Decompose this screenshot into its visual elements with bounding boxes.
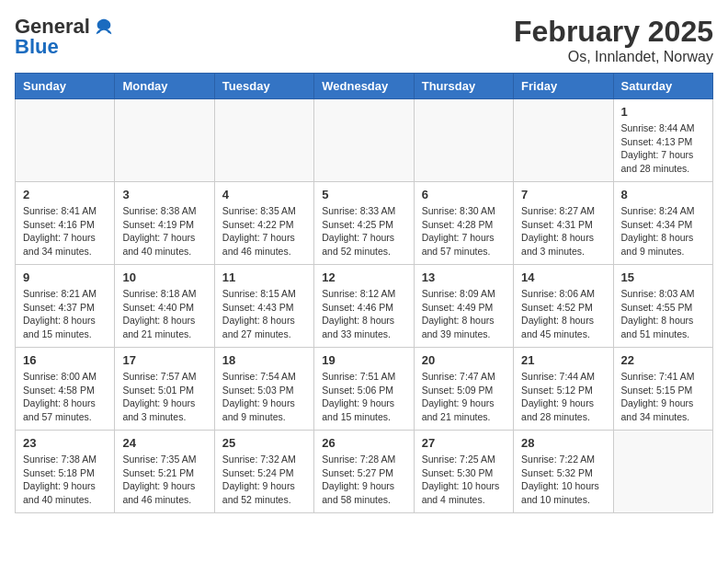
day-info: Sunrise: 7:44 AM Sunset: 5:12 PM Dayligh… xyxy=(521,370,605,424)
weekday-header-monday: Monday xyxy=(115,74,214,99)
day-info: Sunrise: 7:41 AM Sunset: 5:15 PM Dayligh… xyxy=(621,370,705,424)
calendar-cell: 9Sunrise: 8:21 AM Sunset: 4:37 PM Daylig… xyxy=(16,265,115,348)
day-number: 18 xyxy=(222,353,306,367)
day-info: Sunrise: 8:38 AM Sunset: 4:19 PM Dayligh… xyxy=(122,204,206,259)
calendar-week-4: 23Sunrise: 7:38 AM Sunset: 5:18 PM Dayli… xyxy=(16,431,713,513)
weekday-header-thursday: Thursday xyxy=(414,74,513,99)
logo: General Blue xyxy=(15,15,114,59)
day-number: 26 xyxy=(322,436,405,450)
day-info: Sunrise: 8:03 AM Sunset: 4:55 PM Dayligh… xyxy=(621,287,705,341)
day-number: 25 xyxy=(222,436,306,450)
calendar-cell xyxy=(613,431,712,513)
page-title: February 2025 xyxy=(514,15,713,49)
calendar-cell: 3Sunrise: 8:38 AM Sunset: 4:19 PM Daylig… xyxy=(115,182,214,265)
calendar-cell: 28Sunrise: 7:22 AM Sunset: 5:32 PM Dayli… xyxy=(514,431,613,513)
day-info: Sunrise: 8:27 AM Sunset: 4:31 PM Dayligh… xyxy=(521,204,605,259)
day-info: Sunrise: 8:18 AM Sunset: 4:40 PM Dayligh… xyxy=(122,287,206,341)
day-number: 13 xyxy=(422,270,506,284)
day-number: 1 xyxy=(621,105,705,119)
day-info: Sunrise: 8:12 AM Sunset: 4:46 PM Dayligh… xyxy=(322,287,405,341)
day-info: Sunrise: 7:28 AM Sunset: 5:27 PM Dayligh… xyxy=(322,453,405,507)
day-info: Sunrise: 7:47 AM Sunset: 5:09 PM Dayligh… xyxy=(422,370,506,424)
calendar-cell: 24Sunrise: 7:35 AM Sunset: 5:21 PM Dayli… xyxy=(115,431,214,513)
day-info: Sunrise: 7:57 AM Sunset: 5:01 PM Dayligh… xyxy=(122,370,206,424)
day-number: 17 xyxy=(122,353,206,367)
day-number: 7 xyxy=(521,188,605,201)
calendar-header: SundayMondayTuesdayWednesdayThursdayFrid… xyxy=(16,74,713,99)
day-info: Sunrise: 8:35 AM Sunset: 4:22 PM Dayligh… xyxy=(222,204,306,259)
calendar-cell: 7Sunrise: 8:27 AM Sunset: 4:31 PM Daylig… xyxy=(514,182,613,265)
calendar-cell xyxy=(16,99,115,182)
day-info: Sunrise: 7:35 AM Sunset: 5:21 PM Dayligh… xyxy=(122,453,206,507)
calendar-table: SundayMondayTuesdayWednesdayThursdayFrid… xyxy=(15,73,713,513)
calendar-cell xyxy=(314,99,414,182)
day-number: 4 xyxy=(222,188,306,201)
day-number: 9 xyxy=(23,270,107,284)
day-info: Sunrise: 8:00 AM Sunset: 4:58 PM Dayligh… xyxy=(23,370,107,424)
calendar-cell: 26Sunrise: 7:28 AM Sunset: 5:27 PM Dayli… xyxy=(314,431,414,513)
logo-bird-icon xyxy=(94,17,114,37)
day-info: Sunrise: 8:09 AM Sunset: 4:49 PM Dayligh… xyxy=(422,287,506,341)
day-info: Sunrise: 8:30 AM Sunset: 4:28 PM Dayligh… xyxy=(422,204,506,259)
calendar-cell: 14Sunrise: 8:06 AM Sunset: 4:52 PM Dayli… xyxy=(514,265,613,348)
calendar-cell: 1Sunrise: 8:44 AM Sunset: 4:13 PM Daylig… xyxy=(613,99,712,182)
day-number: 16 xyxy=(23,353,107,367)
calendar-cell: 21Sunrise: 7:44 AM Sunset: 5:12 PM Dayli… xyxy=(514,348,613,431)
title-block: February 2025 Os, Innlandet, Norway xyxy=(514,15,713,65)
calendar-cell: 17Sunrise: 7:57 AM Sunset: 5:01 PM Dayli… xyxy=(115,348,214,431)
day-info: Sunrise: 8:24 AM Sunset: 4:34 PM Dayligh… xyxy=(621,204,705,259)
calendar-week-3: 16Sunrise: 8:00 AM Sunset: 4:58 PM Dayli… xyxy=(16,348,713,431)
logo-blue-text: Blue xyxy=(15,35,59,59)
calendar-cell: 20Sunrise: 7:47 AM Sunset: 5:09 PM Dayli… xyxy=(414,348,513,431)
page-header: General Blue February 2025 Os, Innlandet… xyxy=(15,15,713,65)
calendar-cell: 8Sunrise: 8:24 AM Sunset: 4:34 PM Daylig… xyxy=(613,182,712,265)
day-number: 8 xyxy=(621,188,705,201)
day-info: Sunrise: 7:51 AM Sunset: 5:06 PM Dayligh… xyxy=(322,370,405,424)
day-number: 20 xyxy=(422,353,506,367)
day-info: Sunrise: 7:54 AM Sunset: 5:03 PM Dayligh… xyxy=(222,370,306,424)
day-info: Sunrise: 8:44 AM Sunset: 4:13 PM Dayligh… xyxy=(621,121,705,176)
calendar-week-2: 9Sunrise: 8:21 AM Sunset: 4:37 PM Daylig… xyxy=(16,265,713,348)
calendar-cell xyxy=(414,99,513,182)
weekday-header-sunday: Sunday xyxy=(16,74,115,99)
day-info: Sunrise: 7:32 AM Sunset: 5:24 PM Dayligh… xyxy=(222,453,306,507)
calendar-cell: 22Sunrise: 7:41 AM Sunset: 5:15 PM Dayli… xyxy=(613,348,712,431)
calendar-cell: 2Sunrise: 8:41 AM Sunset: 4:16 PM Daylig… xyxy=(16,182,115,265)
day-info: Sunrise: 8:41 AM Sunset: 4:16 PM Dayligh… xyxy=(23,204,107,259)
day-number: 15 xyxy=(621,270,705,284)
weekday-header-friday: Friday xyxy=(514,74,613,99)
calendar-body: 1Sunrise: 8:44 AM Sunset: 4:13 PM Daylig… xyxy=(16,99,713,513)
day-info: Sunrise: 7:38 AM Sunset: 5:18 PM Dayligh… xyxy=(23,453,107,507)
day-info: Sunrise: 8:06 AM Sunset: 4:52 PM Dayligh… xyxy=(521,287,605,341)
calendar-cell: 16Sunrise: 8:00 AM Sunset: 4:58 PM Dayli… xyxy=(16,348,115,431)
calendar-cell xyxy=(214,99,313,182)
day-number: 23 xyxy=(23,436,107,450)
day-number: 19 xyxy=(322,353,405,367)
day-number: 3 xyxy=(122,188,206,201)
weekday-header-tuesday: Tuesday xyxy=(214,74,313,99)
calendar-cell: 15Sunrise: 8:03 AM Sunset: 4:55 PM Dayli… xyxy=(613,265,712,348)
day-number: 21 xyxy=(521,353,605,367)
calendar-cell: 27Sunrise: 7:25 AM Sunset: 5:30 PM Dayli… xyxy=(414,431,513,513)
day-number: 27 xyxy=(422,436,506,450)
calendar-cell xyxy=(115,99,214,182)
day-info: Sunrise: 8:21 AM Sunset: 4:37 PM Dayligh… xyxy=(23,287,107,341)
weekday-header-wednesday: Wednesday xyxy=(314,74,414,99)
day-info: Sunrise: 8:33 AM Sunset: 4:25 PM Dayligh… xyxy=(322,204,405,259)
calendar-cell: 11Sunrise: 8:15 AM Sunset: 4:43 PM Dayli… xyxy=(214,265,313,348)
day-number: 22 xyxy=(621,353,705,367)
weekday-header-saturday: Saturday xyxy=(613,74,712,99)
day-number: 6 xyxy=(422,188,506,201)
calendar-week-1: 2Sunrise: 8:41 AM Sunset: 4:16 PM Daylig… xyxy=(16,182,713,265)
day-number: 11 xyxy=(222,270,306,284)
day-info: Sunrise: 8:15 AM Sunset: 4:43 PM Dayligh… xyxy=(222,287,306,341)
calendar-cell: 10Sunrise: 8:18 AM Sunset: 4:40 PM Dayli… xyxy=(115,265,214,348)
day-number: 28 xyxy=(521,436,605,450)
calendar-cell: 4Sunrise: 8:35 AM Sunset: 4:22 PM Daylig… xyxy=(214,182,313,265)
calendar-cell: 18Sunrise: 7:54 AM Sunset: 5:03 PM Dayli… xyxy=(214,348,313,431)
calendar-cell: 23Sunrise: 7:38 AM Sunset: 5:18 PM Dayli… xyxy=(16,431,115,513)
calendar-cell: 13Sunrise: 8:09 AM Sunset: 4:49 PM Dayli… xyxy=(414,265,513,348)
calendar-cell: 25Sunrise: 7:32 AM Sunset: 5:24 PM Dayli… xyxy=(214,431,313,513)
calendar-cell: 19Sunrise: 7:51 AM Sunset: 5:06 PM Dayli… xyxy=(314,348,414,431)
calendar-cell xyxy=(514,99,613,182)
